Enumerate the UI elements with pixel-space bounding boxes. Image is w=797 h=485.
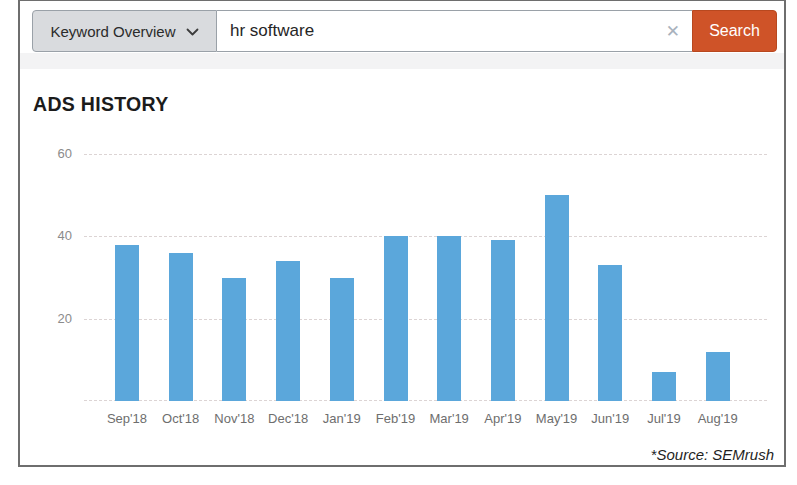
ads-history-chart: Sep'18Oct'18Nov'18Dec'18Jan'19Feb'19Mar'… [20, 154, 788, 444]
gridline [84, 236, 767, 237]
search-input-wrap: ✕ [217, 10, 692, 52]
source-note: *Source: SEMrush [651, 446, 774, 463]
chart-bar [491, 240, 515, 401]
panel-title: ADS HISTORY [33, 93, 169, 116]
chart-bar [169, 253, 193, 401]
screenshot-frame: Keyword Overview ✕ Search ADS HISTORY Se… [18, 0, 786, 467]
x-axis-label: Aug'19 [686, 411, 750, 426]
search-type-dropdown-label: Keyword Overview [50, 23, 175, 40]
chart-bar [706, 352, 730, 401]
chart-bar [545, 195, 569, 401]
y-axis-label: 40 [20, 228, 72, 243]
y-axis-label: 60 [20, 146, 72, 161]
chart-bar [276, 261, 300, 401]
chart-plot: Sep'18Oct'18Nov'18Dec'18Jan'19Feb'19Mar'… [84, 154, 767, 401]
search-button[interactable]: Search [692, 10, 777, 52]
chart-bar [598, 265, 622, 401]
chevron-down-icon [186, 28, 199, 37]
gridline [84, 154, 767, 155]
y-axis-label: 20 [20, 311, 72, 326]
search-input[interactable] [217, 10, 692, 52]
clear-icon[interactable]: ✕ [666, 23, 680, 40]
chart-bar [222, 278, 246, 402]
chart-bar [652, 372, 676, 401]
chart-bar [115, 245, 139, 401]
keyword-search-bar: Keyword Overview ✕ Search [32, 10, 777, 52]
chart-bar [437, 236, 461, 401]
search-type-dropdown[interactable]: Keyword Overview [32, 10, 217, 52]
chart-bar [384, 236, 408, 401]
page-background-band [20, 53, 784, 69]
chart-bar [330, 278, 354, 402]
